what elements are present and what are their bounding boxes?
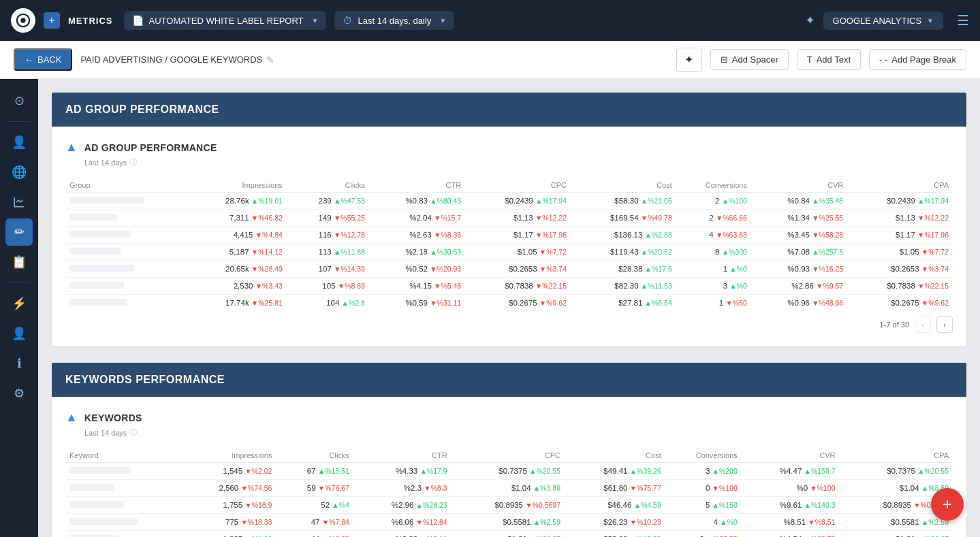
col-cvr: CVR <box>751 178 847 193</box>
report-dropdown-arrow: ▼ <box>312 17 319 25</box>
top-navigation: + METRICS 📄 AUTOMATED WHITE LABEL REPORT… <box>0 0 980 41</box>
col-keyword: Keyword <box>65 449 183 463</box>
col-conversions: Conversions <box>676 178 751 193</box>
table-row: 4,415 ▼%4.84 116 ▼%12.78 %2.63 ▼%8.36 $1… <box>65 227 953 244</box>
sidebar-separator <box>8 121 30 122</box>
ad-group-section-title: AD GROUP PERFORMANCE <box>65 103 219 115</box>
ad-group-card-title: AD GROUP PERFORMANCE <box>84 142 217 153</box>
table-row: 2,560 ▼%74.56 59 ▼%76.67 %2.3 ▼%8.3 $1.0… <box>65 480 953 497</box>
col-group: Group <box>65 178 189 193</box>
report-selector[interactable]: 📄 AUTOMATED WHITE LABEL REPORT ▼ <box>124 11 327 30</box>
add-page-break-button[interactable]: - - Add Page Break <box>869 49 966 70</box>
sidebar-item-analytics[interactable] <box>5 189 33 216</box>
add-text-label: Add Text <box>817 54 851 65</box>
magic-button[interactable]: ✦ <box>676 48 702 72</box>
table-row: 17.74k ▼%25.81 104 ▲%2.8 %0.59 ▼%31.11 $… <box>65 295 953 312</box>
sidebar-item-info[interactable]: ℹ <box>5 350 33 377</box>
sidebar-item-home[interactable]: ⊙ <box>5 87 33 114</box>
back-button[interactable]: ← BACK <box>14 48 72 71</box>
app-name: METRICS <box>68 16 113 26</box>
ad-group-section: AD GROUP PERFORMANCE ▲ AD GROUP PERFORMA… <box>52 93 966 346</box>
text-icon: T <box>807 54 812 65</box>
keywords-card-title: KEYWORDS <box>84 412 142 423</box>
ad-group-card: ▲ AD GROUP PERFORMANCE Last 14 days ⓘ Gr… <box>52 127 966 346</box>
ad-group-table: Group Impressions Clicks CTR CPC Cost Co… <box>65 178 953 311</box>
table-row: 28.76k ▲%19.01 239 ▲%47.53 %0.83 ▲%80.43… <box>65 193 953 210</box>
google-ads-icon-2: ▲ <box>65 410 78 425</box>
google-ads-icon: ▲ <box>65 140 78 154</box>
date-dropdown-arrow: ▼ <box>439 17 446 25</box>
sparkle-icon: ✦ <box>805 13 815 28</box>
sidebar-item-settings[interactable]: ⚙ <box>5 380 33 407</box>
sidebar-item-reports[interactable]: 📋 <box>5 248 33 276</box>
info-circle-icon: ⓘ <box>129 157 137 167</box>
sidebar-item-edit[interactable]: ✏ <box>5 218 33 246</box>
add-spacer-label: Add Spacer <box>732 54 778 65</box>
back-label: BACK <box>37 54 61 65</box>
app-logo <box>11 8 35 33</box>
col-kw-conversions: Conversions <box>665 449 742 463</box>
ad-group-card-header: ▲ AD GROUP PERFORMANCE <box>65 140 953 154</box>
prev-page-button[interactable]: ‹ <box>915 316 931 333</box>
table-row: 1,545 ▼%2.02 67 ▲%15.51 %4.33 ▲%17.9 $0.… <box>65 463 953 480</box>
edit-icon[interactable]: ✎ <box>266 54 274 65</box>
keywords-section-header: KEYWORDS PERFORMANCE <box>52 363 966 397</box>
analytics-dropdown-arrow: ▼ <box>927 17 934 25</box>
col-clicks: Clicks <box>287 178 369 193</box>
col-kw-cpc: CPC <box>452 449 565 463</box>
col-kw-ctr: CTR <box>353 449 452 463</box>
svg-point-1 <box>20 18 25 22</box>
add-spacer-button[interactable]: ⊟ Add Spacer <box>710 49 789 70</box>
col-kw-cvr: CVR <box>742 449 840 463</box>
keywords-table: Keyword Impressions Clicks CTR CPC Cost … <box>65 449 953 537</box>
col-kw-impressions: Impressions <box>183 449 276 463</box>
sidebar-item-users[interactable]: 👤 <box>5 129 33 156</box>
sidebar-item-globe[interactable]: 🌐 <box>5 159 33 186</box>
date-range: Last 14 days, daily <box>358 16 431 26</box>
keywords-card: ▲ KEYWORDS Last 14 days ⓘ Keyword Impres… <box>52 397 966 537</box>
table-row: 775 ▼%18.33 47 ▼%7.84 %6.06 ▼%12.84 $0.5… <box>65 514 953 531</box>
sub-navigation: ← BACK PAID ADVERTISING / GOOGLE KEYWORD… <box>0 41 980 79</box>
col-impressions: Impressions <box>189 178 287 193</box>
breadcrumb-text: PAID ADVERTISING / GOOGLE KEYWORDS <box>80 54 262 65</box>
add-button[interactable]: + <box>44 12 60 29</box>
col-cost: Cost <box>571 178 676 193</box>
page-break-icon: - - <box>879 54 887 65</box>
col-cpc: CPC <box>465 178 571 193</box>
date-range-selector[interactable]: ⏱ Last 14 days, daily ▼ <box>334 11 454 30</box>
table-row: 1,887 ▲%1.88 44 ▼%6.38 %2.33 ▼%8.11 $1.2… <box>65 531 953 538</box>
table-row: 7,311 ▼%46.82 149 ▼%55.25 %2.04 ▼%15.7 $… <box>65 210 953 227</box>
main-content: AD GROUP PERFORMANCE ▲ AD GROUP PERFORMA… <box>38 79 980 537</box>
next-page-button[interactable]: › <box>936 316 953 333</box>
keywords-section: KEYWORDS PERFORMANCE ▲ KEYWORDS Last 14 … <box>52 363 966 537</box>
add-text-button[interactable]: T Add Text <box>797 49 861 70</box>
keywords-card-header: ▲ KEYWORDS <box>65 410 953 425</box>
ad-group-section-header: AD GROUP PERFORMANCE <box>52 93 966 127</box>
col-kw-cost: Cost <box>565 449 665 463</box>
table-row: 1,755 ▼%18.9 52 ▲%4 %2.96 ▲%28.23 $0.893… <box>65 497 953 514</box>
clock-icon: ⏱ <box>343 15 352 26</box>
spacer-icon: ⊟ <box>721 54 728 65</box>
ad-group-card-subtitle: Last 14 days ⓘ <box>84 157 953 167</box>
table-row: 5,187 ▼%14.12 113 ▲%11.88 %2.18 ▲%30.53 … <box>65 244 953 261</box>
report-name: AUTOMATED WHITE LABEL REPORT <box>149 16 304 26</box>
info-circle-icon-2: ⓘ <box>129 427 137 438</box>
analytics-selector[interactable]: GOOGLE ANALYTICS ▼ <box>823 12 943 30</box>
sidebar: ⊙ 👤 🌐 ✏ 📋 ⚡ 👤 ℹ ⚙ <box>0 79 38 537</box>
sidebar-separator-2 <box>8 282 30 283</box>
col-kw-clicks: Clicks <box>276 449 353 463</box>
fab-add-button[interactable]: + <box>931 488 964 521</box>
pagination-text: 1-7 of 30 <box>880 321 909 329</box>
sidebar-item-account[interactable]: 👤 <box>5 320 33 347</box>
back-arrow-icon: ← <box>25 54 33 65</box>
table-row: 2,530 ▼%3.43 105 ▼%8.69 %4.15 ▼%5.46 $0.… <box>65 278 953 295</box>
analytics-name: GOOGLE ANALYTICS <box>833 16 922 26</box>
add-page-break-label: Add Page Break <box>891 54 956 65</box>
keywords-card-subtitle: Last 14 days ⓘ <box>84 427 953 438</box>
ad-group-pagination: 1-7 of 30 ‹ › <box>65 316 953 333</box>
col-cpa: CPA <box>847 178 953 193</box>
menu-icon[interactable]: ☰ <box>957 12 969 29</box>
col-ctr: CTR <box>369 178 465 193</box>
report-icon: 📄 <box>132 15 144 26</box>
sidebar-item-integrations[interactable]: ⚡ <box>5 290 33 317</box>
